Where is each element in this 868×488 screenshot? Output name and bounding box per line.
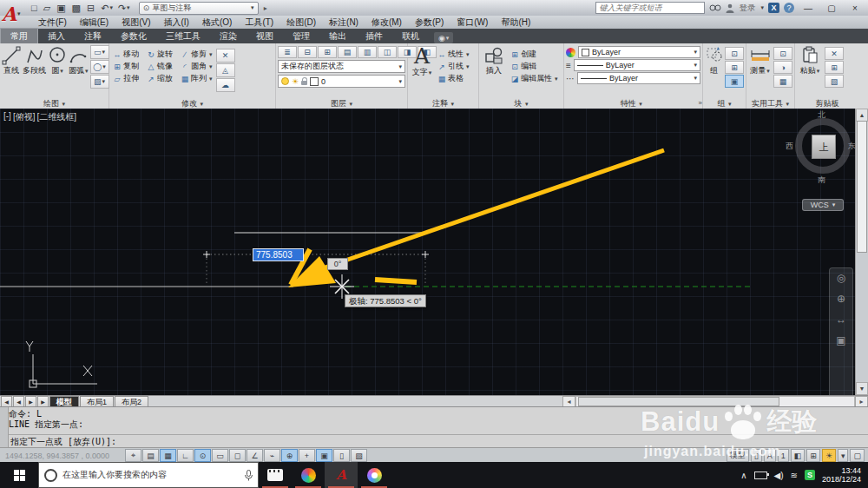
autocad-logo-menu-button[interactable]: A ▾ [2,0,31,27]
help-icon[interactable]: ? [784,3,794,13]
navbar-tool[interactable]: ⊕ [837,293,845,305]
utilities-side-button[interactable]: ⊡ [773,47,792,60]
selection-cycling-toggle[interactable]: + [299,449,315,462]
clipboard-side-button[interactable]: ⊞ [825,61,844,74]
ellipse-button[interactable]: ◯▾ [90,60,109,74]
wcs-dropdown[interactable]: WCS ▾ [802,199,844,211]
polar-tracking-toggle[interactable]: ⊙ [194,449,211,462]
move-button[interactable]: ↔移动 [111,49,143,60]
navbar-tool[interactable]: ◎ [837,272,845,284]
measure-button[interactable]: 测量▾ [748,45,772,98]
menu-item[interactable]: 视图(V) [122,16,150,29]
ribbon-tab[interactable]: 渲染 [210,29,247,43]
panel-title-layers[interactable]: 图层 ▾ [276,98,407,109]
panel-title-group[interactable]: 组 ▾ [703,98,746,109]
save-as-button[interactable]: ▩ [70,2,83,14]
ribbon-tab[interactable]: 管理 [283,29,319,43]
battery-icon[interactable] [754,472,767,479]
group-side-button[interactable]: ⊡ [725,47,744,60]
linear-dim-button[interactable]: ↔线性▾ [436,49,471,60]
menu-item[interactable]: 格式(O) [202,16,232,29]
revision-cloud-button[interactable]: ☁ [216,78,235,92]
panel-title-modify[interactable]: 修改 ▾ [109,98,275,109]
isometric-drafting-toggle[interactable]: ▭ [212,449,228,462]
panel-title-draw[interactable]: 绘图 ▾ [0,98,108,109]
undo-button[interactable]: ↶▾ [99,2,115,14]
redo-button[interactable]: ↷▾ [116,2,132,14]
clipboard-side-button[interactable]: ✕ [825,47,844,60]
viewcube-south[interactable]: 南 [818,175,825,186]
utilities-side-button[interactable]: ▦ [773,75,792,88]
command-prompt[interactable]: 指定下一点或 [放弃(U)]: [10,437,116,447]
layer-tool-button[interactable]: ◫ [378,46,397,58]
circle-button[interactable]: 圆▾ [48,45,67,98]
taskbar-app-paint[interactable] [358,462,391,488]
taskbar-app-autocad[interactable]: A [325,462,358,488]
status-tool-button[interactable]: 1 [778,449,789,462]
layer-tool-button[interactable]: ▥ [358,46,377,58]
layer-dropdown[interactable]: ☀ 0 ▾ [278,75,405,88]
horizontal-scroll-thumb[interactable] [578,397,779,406]
menu-item[interactable]: 工具(T) [245,16,273,29]
command-panel-grip[interactable] [0,407,9,448]
taskbar-app-video-editor[interactable] [259,462,292,488]
search-icon[interactable] [709,3,721,12]
layer-tool-button[interactable]: ⊞ [318,46,337,58]
rectangle-button[interactable]: ▭▾ [90,45,109,59]
object-color-dropdown[interactable]: ByLayer ▾ [578,46,700,58]
line-button[interactable]: 直线 [2,45,21,98]
minimize-button[interactable]: — [799,3,818,13]
workspace-switcher[interactable]: ⊙ 草图与注释 ▾ [139,2,259,15]
menu-item[interactable]: 帮助(H) [501,16,530,29]
viewcube-west[interactable]: 西 [786,141,793,152]
ortho-toggle[interactable]: ∟ [177,449,194,462]
utilities-side-button[interactable]: ◑ [773,61,792,74]
snap-mode-toggle[interactable]: ▤ [142,449,159,462]
infer-constraints-toggle[interactable]: ⌖ [125,449,141,462]
layer-tool-button[interactable]: ⊟ [298,46,317,58]
clock[interactable]: 13:442018/12/24 [822,466,861,484]
hidden-icons-button[interactable]: ∧ [740,471,746,480]
ribbon-tab[interactable]: 插件 [356,29,392,43]
qat-overflow-button[interactable]: ▸ [264,4,267,12]
taskbar-app-photos[interactable] [292,462,325,488]
close-button[interactable]: × [845,3,865,13]
group-side-button[interactable]: ▣ [725,75,744,88]
table-button[interactable]: ▦表格 [436,73,471,84]
status-tool-button[interactable]: ▯ [751,449,762,462]
ribbon-tab[interactable]: 常用 [0,28,38,43]
taskbar-search-box[interactable]: 在这里输入你要搜索的内容 [38,462,259,488]
menu-item[interactable]: 修改(M) [372,16,402,29]
scroll-down-arrow[interactable]: ▼ [856,382,868,395]
vertical-scroll-thumb[interactable] [857,121,867,253]
clean-screen-button[interactable]: ▢ [850,449,865,462]
panel-title-annotation[interactable]: 注释 ▾ [408,98,478,109]
menu-item[interactable]: 窗口(W) [457,16,488,29]
block-edit-button[interactable]: ⊡编辑 [509,61,560,72]
lineweight-toggle[interactable]: ⌁ [264,449,280,462]
viewcube-north[interactable]: 北 [818,109,825,121]
ribbon-tab[interactable]: 联机 [392,29,429,43]
layer-state-dropdown[interactable]: 未保存的图层状态 ▾ [278,60,405,73]
status-tool-button[interactable]: ◧ [791,449,806,462]
sogou-icon[interactable]: S [805,470,815,480]
menu-item[interactable]: 绘图(D) [286,16,316,29]
arc-button[interactable]: 圆弧▾ [69,45,89,98]
polyline-button[interactable]: 多段线 [23,45,46,98]
block-create-button[interactable]: ⊞创建 [509,49,560,60]
menu-item[interactable]: 插入(I) [163,16,188,29]
grid-toggle[interactable]: ▦ [160,449,176,462]
insert-block-button[interactable]: 插入 [481,45,507,98]
annotation-monitor-toggle[interactable]: ▧ [351,449,367,462]
maximize-button[interactable]: ▢ [822,3,841,13]
panel-title-properties[interactable]: 特性 ▾ » [564,98,702,109]
menu-item[interactable]: 文件(F) [38,16,67,29]
object-snap-tracking-toggle[interactable]: ◻ [229,449,246,462]
object-snap-toggle[interactable]: ⊕ [281,449,298,462]
hardware-acceleration-button[interactable]: ☀ [822,449,836,462]
group-side-button[interactable]: ⊞ [725,61,744,74]
user-icon[interactable] [726,3,734,13]
trim-button[interactable]: ∕修剪▾ [179,49,214,60]
dialog-launcher-icon[interactable]: » [699,98,702,109]
ribbon-tab[interactable]: 插入 [38,29,75,43]
